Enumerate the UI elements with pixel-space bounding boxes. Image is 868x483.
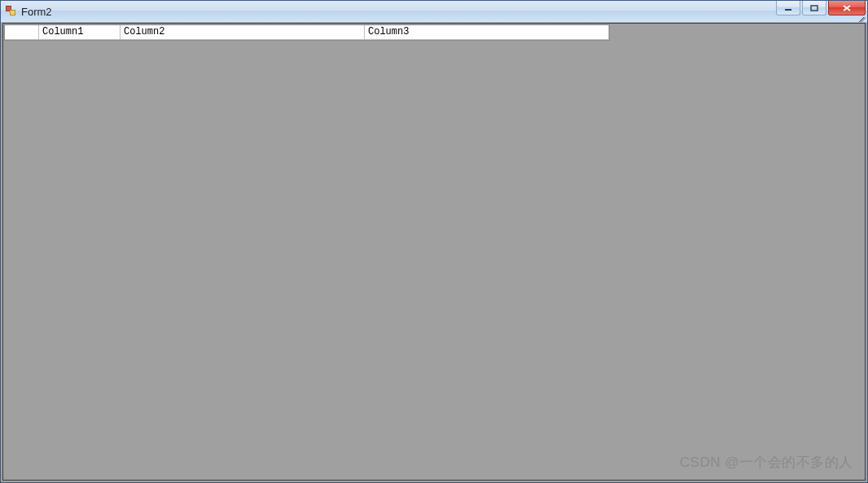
datagrid-topleft-cell[interactable] bbox=[5, 25, 39, 40]
maximize-button[interactable] bbox=[802, 1, 826, 15]
svg-rect-1 bbox=[811, 6, 818, 11]
window-controls bbox=[774, 1, 866, 22]
close-button[interactable] bbox=[828, 1, 866, 15]
svg-rect-0 bbox=[785, 9, 791, 11]
window-frame: Form2 Column1 Column2 Column3 bbox=[0, 0, 868, 483]
datagrid-column-header[interactable]: Column1 bbox=[39, 25, 121, 40]
minimize-button[interactable] bbox=[776, 1, 800, 15]
client-area: Column1 Column2 Column3 ◄ ► bbox=[2, 23, 866, 481]
app-icon bbox=[6, 6, 17, 17]
datagrid-column-header[interactable]: Column3 bbox=[365, 25, 609, 40]
datagrid[interactable]: Column1 Column2 Column3 bbox=[4, 24, 610, 41]
datagrid-column-header[interactable]: Column2 bbox=[121, 25, 365, 40]
titlebar[interactable]: Form2 bbox=[1, 1, 867, 23]
window-title: Form2 bbox=[21, 6, 774, 18]
datagrid-header-row: Column1 Column2 Column3 bbox=[5, 25, 609, 40]
